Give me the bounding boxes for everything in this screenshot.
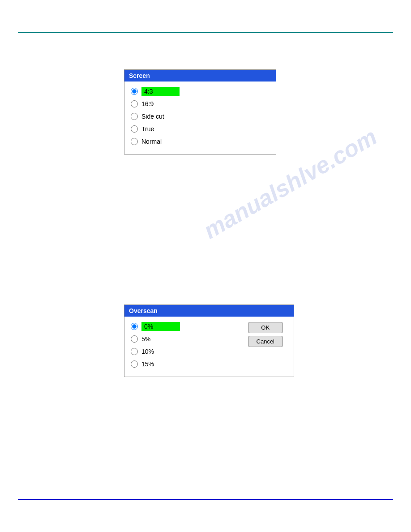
overscan-label-10: 10% [141,348,154,355]
screen-radio-169[interactable] [131,100,138,107]
screen-option-sidecut[interactable]: Side cut [131,110,270,123]
overscan-option-5[interactable]: 5% [131,333,248,345]
overscan-dialog-body: 0% 5% 10% 15% OK Cancel [124,317,294,377]
bottom-line [18,499,393,500]
overscan-radio-10[interactable] [131,348,138,355]
screen-radio-normal[interactable] [131,138,138,145]
screen-dialog-title: Screen [124,70,276,82]
screen-option-43[interactable]: 4:3 [131,85,270,98]
overscan-radio-0[interactable] [131,323,138,330]
ok-button[interactable]: OK [248,322,283,333]
screen-label-43: 4:3 [141,87,180,96]
overscan-radio-5[interactable] [131,335,138,343]
overscan-buttons: OK Cancel [248,320,287,347]
screen-label-169: 16:9 [141,100,154,107]
overscan-option-15[interactable]: 15% [131,358,248,370]
overscan-options: 0% 5% 10% 15% [131,320,248,370]
screen-dialog: Screen 4:3 16:9 Side cut True Normal [124,69,276,154]
screen-dialog-body: 4:3 16:9 Side cut True Normal [124,82,276,154]
screen-radio-true[interactable] [131,125,138,133]
screen-radio-43[interactable] [131,88,138,95]
overscan-option-0[interactable]: 0% [131,320,248,333]
overscan-label-5: 5% [141,335,150,343]
overscan-label-15: 15% [141,360,154,368]
overscan-inner: 0% 5% 10% 15% OK Cancel [131,320,287,370]
screen-radio-sidecut[interactable] [131,113,138,120]
overscan-dialog-title: Overscan [124,305,294,317]
top-line [18,32,393,33]
cancel-button[interactable]: Cancel [248,336,283,347]
screen-label-sidecut: Side cut [141,113,164,120]
screen-option-true[interactable]: True [131,123,270,135]
overscan-radio-15[interactable] [131,360,138,368]
screen-label-true: True [141,125,154,133]
screen-label-normal: Normal [141,138,162,145]
overscan-option-10[interactable]: 10% [131,345,248,358]
screen-option-169[interactable]: 16:9 [131,98,270,110]
overscan-dialog: Overscan 0% 5% 10% 15% [124,305,294,377]
overscan-label-0: 0% [141,322,180,331]
screen-option-normal[interactable]: Normal [131,135,270,148]
